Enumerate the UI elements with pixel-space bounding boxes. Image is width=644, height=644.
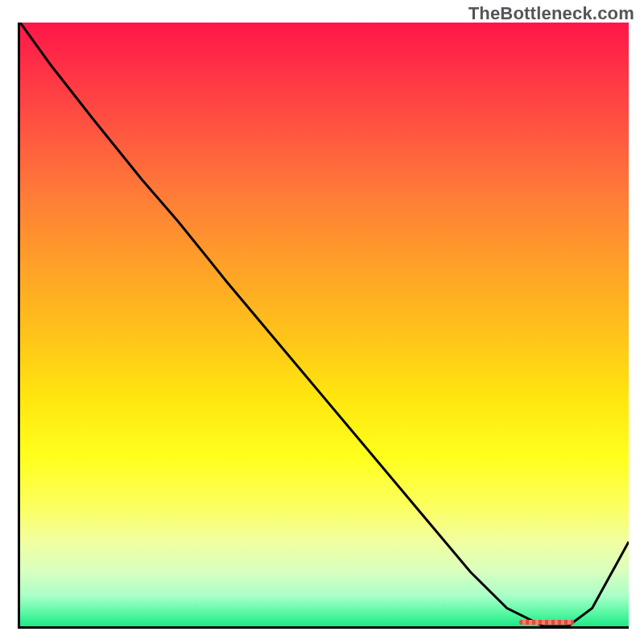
bottleneck-curve	[20, 23, 629, 626]
curve-path	[20, 23, 629, 626]
optimal-region-strip	[519, 620, 574, 625]
watermark-label: TheBottleneck.com	[469, 3, 634, 24]
chart-stage: TheBottleneck.com	[0, 0, 644, 644]
plot-area	[18, 23, 629, 629]
